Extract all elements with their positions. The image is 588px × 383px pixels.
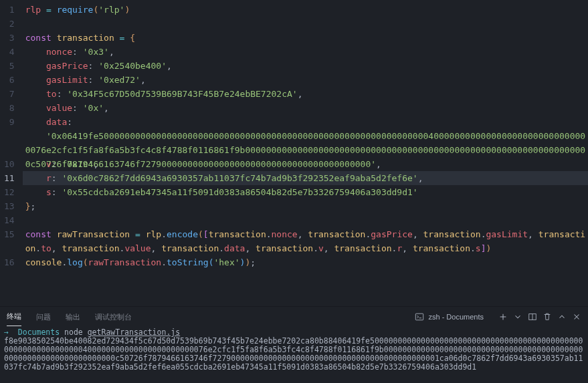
code-line[interactable]: data: '0x06419fe500000000000000000000000… [23, 115, 588, 157]
line-number-gutter: 1 2 3 4 5 6 7 8 9 10 11 12 13 14 15 16 [0, 0, 23, 306]
code-content[interactable]: rlp = require('rlp') const transaction =… [23, 0, 588, 306]
code-line[interactable]: const rawTransaction = rlp.encode([trans… [23, 227, 588, 255]
code-line[interactable]: }; [23, 199, 588, 213]
code-line[interactable]: console.log(rawTransaction.toString('hex… [23, 255, 588, 269]
code-line[interactable] [23, 213, 588, 227]
terminal-icon [415, 312, 424, 322]
split-terminal-icon[interactable] [528, 312, 537, 322]
chevron-down-icon[interactable] [513, 312, 522, 322]
code-line[interactable]: r: '0x6d0c7862f7dd6943a6930357ab11037fc7… [23, 171, 588, 185]
close-icon[interactable] [572, 312, 581, 322]
panel-tab-bar: 终端 问题 输出 调试控制台 zsh - Documents [0, 307, 588, 327]
code-line[interactable]: gasLimit: '0xed72', [23, 73, 588, 87]
tab-output[interactable]: 输出 [66, 308, 80, 326]
terminal-shell-label[interactable]: zsh - Documents [409, 312, 484, 322]
tab-terminal[interactable]: 终端 [7, 307, 21, 326]
tab-debug-console[interactable]: 调试控制台 [95, 308, 132, 326]
terminal-output[interactable]: → Documents node getRawTransaction.js f8… [0, 327, 588, 383]
chevron-up-icon[interactable] [557, 312, 567, 322]
trash-icon[interactable] [543, 312, 552, 322]
code-line[interactable]: rlp = require('rlp') [23, 3, 588, 17]
new-terminal-icon[interactable] [498, 312, 508, 322]
code-line[interactable] [23, 17, 588, 31]
tab-problems[interactable]: 问题 [36, 308, 51, 326]
code-line[interactable]: to: '0x34F5c67D50d7539B69B743F45B7e24ebB… [23, 87, 588, 101]
code-line[interactable]: const transaction = { [23, 31, 588, 45]
svg-rect-0 [416, 313, 423, 320]
code-line[interactable]: gasPrice: '0x2540be400', [23, 59, 588, 73]
code-editor[interactable]: 1 2 3 4 5 6 7 8 9 10 11 12 13 14 15 16 r… [0, 0, 588, 306]
code-line[interactable]: nonce: '0x3', [23, 45, 588, 59]
code-line[interactable]: value: '0x', [23, 101, 588, 115]
code-line[interactable]: s: '0x55cdcba2691eb47345a11f5091d0383a86… [23, 185, 588, 199]
bottom-panel: 终端 问题 输出 调试控制台 zsh - Documents → Documen… [0, 306, 588, 383]
